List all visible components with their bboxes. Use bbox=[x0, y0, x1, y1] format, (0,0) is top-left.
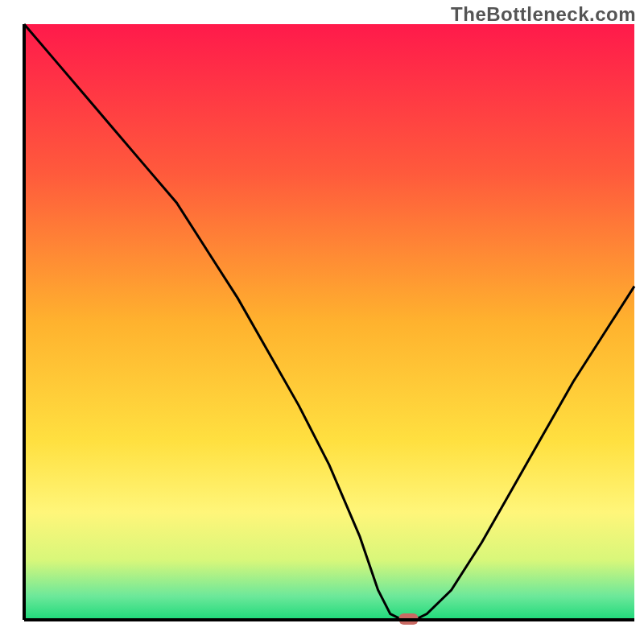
bottleneck-chart: TheBottleneck.com bbox=[0, 0, 644, 644]
watermark-text: TheBottleneck.com bbox=[451, 3, 636, 26]
gradient-background bbox=[24, 24, 634, 620]
chart-svg bbox=[0, 0, 644, 644]
plot-area bbox=[24, 24, 634, 625]
